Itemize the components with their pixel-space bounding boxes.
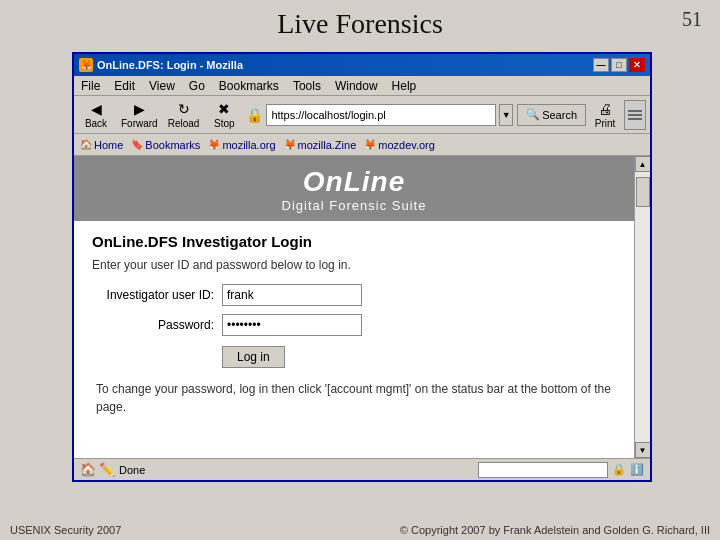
bookmark-mozilla-org-label: mozilla.org: [222, 139, 275, 151]
back-label: Back: [85, 118, 107, 129]
minimize-button[interactable]: —: [593, 58, 609, 72]
bookmark-mozdev-org-label: mozdev.org: [378, 139, 435, 151]
bookmark-home-label: Home: [94, 139, 123, 151]
menu-window[interactable]: Window: [332, 79, 381, 93]
toolbar: ◀ Back ▶ Forward ↻ Reload ✖ Stop 🔒 ▼ 🔍 S…: [74, 96, 650, 134]
content-area: OnLine Digital Forensic Suite OnLine.DFS…: [74, 156, 650, 458]
online-header: OnLine Digital Forensic Suite: [74, 156, 634, 221]
address-dropdown[interactable]: ▼: [499, 104, 513, 126]
bookmark-mozilla-zine[interactable]: 🦊 mozilla.Zine: [282, 139, 359, 151]
password-label: Password:: [102, 318, 222, 332]
mozilla-org-icon: 🦊: [208, 139, 220, 150]
status-bar: 🏠 ✏️ Done 🔒 ℹ️: [74, 458, 650, 480]
title-bar-left: 🦊 OnLine.DFS: Login - Mozilla: [79, 58, 243, 72]
bookmark-mozilla-org[interactable]: 🦊 mozilla.org: [206, 139, 277, 151]
login-button[interactable]: Log in: [222, 346, 285, 368]
bookmark-bookmarks[interactable]: 🔖 Bookmarks: [129, 139, 202, 151]
slide-copyright: © Copyright 2007 by Frank Adelstein and …: [400, 524, 710, 536]
bookmark-mozilla-zine-label: mozilla.Zine: [298, 139, 357, 151]
close-button[interactable]: ✕: [629, 58, 645, 72]
page-content: OnLine Digital Forensic Suite OnLine.DFS…: [74, 156, 634, 458]
scrollbar: ▲ ▼: [634, 156, 650, 458]
status-right: 🔒 ℹ️: [478, 462, 644, 478]
status-info-icon: ℹ️: [630, 463, 644, 476]
slide-number: 51: [682, 8, 702, 31]
back-icon: ◀: [86, 100, 106, 118]
password-row: Password:: [102, 314, 616, 336]
status-lock-icon: 🔒: [612, 463, 626, 476]
back-button[interactable]: ◀ Back: [78, 97, 114, 132]
title-bar-buttons: — □ ✕: [593, 58, 645, 72]
search-icon: 🔍: [526, 108, 540, 121]
login-desc: Enter your user ID and password below to…: [92, 258, 616, 272]
bookmark-mozdev-org[interactable]: 🦊 mozdev.org: [362, 139, 437, 151]
online-logo: OnLine: [303, 166, 405, 198]
bookmark-bookmarks-label: Bookmarks: [145, 139, 200, 151]
maximize-button[interactable]: □: [611, 58, 627, 72]
stop-button[interactable]: ✖ Stop: [206, 97, 242, 132]
status-edit-icon: ✏️: [99, 462, 115, 477]
bookmarks-icon: 🔖: [131, 139, 143, 150]
stop-label: Stop: [214, 118, 235, 129]
bookmarks-bar: 🏠 Home 🔖 Bookmarks 🦊 mozilla.org 🦊 mozil…: [74, 134, 650, 156]
user-id-input[interactable]: [222, 284, 362, 306]
reload-label: Reload: [168, 118, 200, 129]
form-table: Investigator user ID: Password:: [102, 284, 616, 336]
user-id-row: Investigator user ID:: [102, 284, 616, 306]
menu-go[interactable]: Go: [186, 79, 208, 93]
slide-title: Live Forensics: [0, 0, 720, 44]
forward-label: Forward: [121, 118, 158, 129]
reload-button[interactable]: ↻ Reload: [165, 97, 203, 132]
browser-icon: 🦊: [79, 58, 93, 72]
login-title: OnLine.DFS Investigator Login: [92, 233, 616, 250]
menu-bookmarks[interactable]: Bookmarks: [216, 79, 282, 93]
forward-button[interactable]: ▶ Forward: [118, 97, 161, 132]
menu-edit[interactable]: Edit: [111, 79, 138, 93]
search-label: Search: [542, 109, 577, 121]
home-icon: 🏠: [80, 139, 92, 150]
scroll-up-button[interactable]: ▲: [635, 156, 651, 172]
scroll-track[interactable]: [635, 172, 651, 442]
print-button[interactable]: 🖨 Print: [590, 100, 620, 129]
search-button[interactable]: 🔍 Search: [517, 104, 586, 126]
menu-bar: File Edit View Go Bookmarks Tools Window…: [74, 76, 650, 96]
print-label: Print: [595, 118, 616, 129]
slide-footer: USENIX Security 2007: [10, 524, 121, 536]
address-bar: 🔒 ▼: [246, 104, 513, 126]
print-icon: 🖨: [595, 100, 615, 118]
user-id-label: Investigator user ID:: [102, 288, 222, 302]
mozdev-org-icon: 🦊: [364, 139, 376, 150]
browser-window: 🦊 OnLine.DFS: Login - Mozilla — □ ✕ File…: [72, 52, 652, 482]
scroll-down-button[interactable]: ▼: [635, 442, 651, 458]
password-change-text: To change your password, log in then cli…: [92, 380, 616, 416]
menu-help[interactable]: Help: [389, 79, 420, 93]
sidebar-toggle[interactable]: [624, 100, 646, 130]
address-input[interactable]: [266, 104, 496, 126]
password-input[interactable]: [222, 314, 362, 336]
status-search-input[interactable]: [478, 462, 608, 478]
stop-icon: ✖: [214, 100, 234, 118]
menu-view[interactable]: View: [146, 79, 178, 93]
login-area: OnLine.DFS Investigator Login Enter your…: [74, 221, 634, 428]
title-bar: 🦊 OnLine.DFS: Login - Mozilla — □ ✕: [74, 54, 650, 76]
status-done-text: Done: [119, 464, 474, 476]
online-subtitle: Digital Forensic Suite: [282, 198, 427, 213]
mozilla-zine-icon: 🦊: [284, 139, 296, 150]
address-icon: 🔒: [246, 107, 263, 123]
title-bar-text: OnLine.DFS: Login - Mozilla: [97, 59, 243, 71]
scroll-thumb[interactable]: [636, 177, 650, 207]
forward-icon: ▶: [129, 100, 149, 118]
menu-tools[interactable]: Tools: [290, 79, 324, 93]
status-icons: 🏠 ✏️: [80, 462, 115, 477]
login-btn-container: Log in: [222, 346, 616, 368]
menu-file[interactable]: File: [78, 79, 103, 93]
reload-icon: ↻: [174, 100, 194, 118]
status-home-icon: 🏠: [80, 462, 96, 477]
bookmark-home[interactable]: 🏠 Home: [78, 139, 125, 151]
